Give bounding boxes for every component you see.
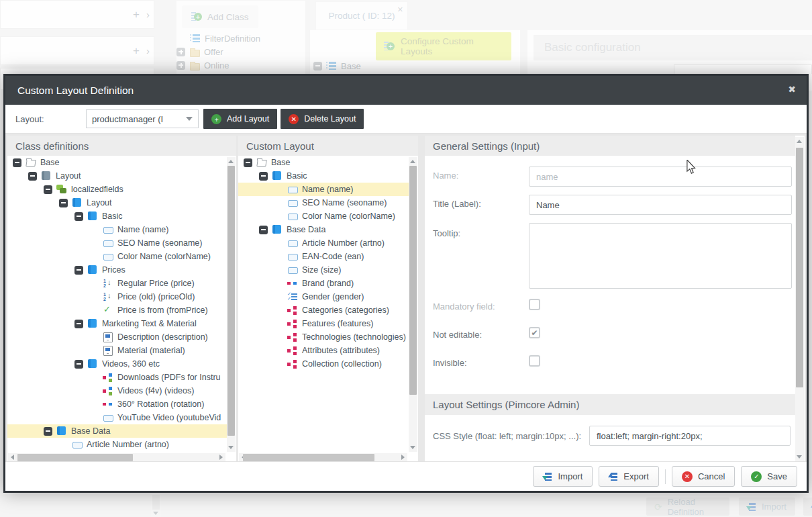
tree-item[interactable]: 360° Rotation (rotation): [7, 397, 227, 411]
tree-item[interactable]: Basic: [238, 169, 409, 183]
scroll-down-icon[interactable]: [410, 446, 415, 449]
scroll-left-icon[interactable]: [11, 455, 14, 460]
tree-item[interactable]: Price is from (fromPrice): [7, 303, 227, 317]
field-type-icon: [87, 211, 99, 221]
tree-item[interactable]: Marketing Text & Material: [7, 317, 227, 330]
collapse-icon[interactable]: [259, 172, 268, 181]
collapse-icon[interactable]: [74, 360, 83, 369]
scroll-up-icon[interactable]: [410, 160, 415, 163]
dialog-footer: Import Export ✕ Cancel ✓ Save: [5, 461, 807, 491]
close-icon[interactable]: ✖: [788, 84, 796, 95]
add-layout-button[interactable]: ＋ Add Layout: [203, 109, 277, 129]
collapse-icon[interactable]: [44, 185, 52, 194]
import-button[interactable]: Import: [533, 466, 593, 487]
tree-item-label: Features (features): [302, 319, 373, 328]
tree-item[interactable]: Price (old) (priceOld): [7, 290, 227, 303]
mandatory-checkbox[interactable]: [529, 299, 540, 310]
collapse-icon[interactable]: [44, 427, 52, 436]
scroll-right-icon[interactable]: [401, 455, 405, 460]
scroll-right-icon[interactable]: [219, 455, 223, 460]
vertical-scrollbar[interactable]: [409, 157, 417, 452]
tree-item[interactable]: Downloads (PDFs for Instru: [7, 371, 227, 384]
tree-item[interactable]: EAN-Code (ean): [238, 250, 409, 263]
field-type-icon: [87, 359, 99, 369]
tree-item[interactable]: Name (name): [7, 223, 227, 236]
tree-item[interactable]: Brand (brand): [238, 277, 409, 290]
tree-item-label: Color Name (colorName): [117, 252, 211, 261]
tree-item[interactable]: Regular Price (price): [7, 277, 227, 290]
tree-item[interactable]: Videos (f4v) (videos): [7, 384, 227, 397]
tree-item[interactable]: Base: [238, 156, 409, 169]
tree-item[interactable]: Features (features): [238, 317, 409, 330]
tree-item[interactable]: Prices: [7, 263, 227, 277]
tree-item-label: Basic: [102, 211, 123, 221]
tree-item[interactable]: Layout: [7, 169, 227, 183]
collapse-icon[interactable]: [244, 158, 252, 167]
collapse-icon[interactable]: [74, 212, 83, 221]
collapse-icon[interactable]: [13, 158, 21, 167]
tree-item[interactable]: SEO Name (seoname): [238, 196, 409, 209]
tree-item[interactable]: Technologies (technologies): [238, 330, 409, 344]
tree-item-label: Attributes (attributes): [302, 346, 380, 355]
export-icon: [609, 472, 618, 481]
title-input[interactable]: [529, 195, 792, 215]
scroll-up-icon[interactable]: [797, 140, 802, 143]
class-definitions-panel: Class definitions Base Layout loc: [7, 136, 236, 463]
tree-item[interactable]: Categories (categories): [238, 303, 409, 317]
tree-item[interactable]: Base Data: [238, 223, 409, 236]
tree-item[interactable]: Base: [7, 156, 227, 169]
vertical-scrollbar[interactable]: [227, 157, 236, 452]
tree-item[interactable]: Collection (collection): [238, 357, 409, 371]
css-style-input[interactable]: [589, 426, 791, 446]
tree-item[interactable]: Color Name (colorName): [7, 250, 227, 263]
tree-item[interactable]: localizedfields: [7, 183, 227, 196]
collapse-icon[interactable]: [74, 266, 83, 275]
field-type-icon: [287, 252, 299, 261]
delete-layout-button[interactable]: ✕ Delete Layout: [281, 109, 364, 129]
tree-item[interactable]: Gender (gender): [238, 290, 409, 303]
tree-item-label: Base Data: [71, 426, 110, 436]
tree-item[interactable]: Attributes (attributes): [238, 344, 409, 357]
field-type-icon: [287, 279, 299, 288]
tree-item[interactable]: Size (size): [238, 263, 409, 277]
field-type-icon: [72, 440, 83, 449]
tree-item[interactable]: Layout: [7, 196, 227, 209]
not-editable-checkbox[interactable]: ✔: [529, 327, 540, 338]
name-input[interactable]: [529, 167, 792, 187]
tree-item[interactable]: Material (material): [7, 344, 227, 357]
field-type-icon: [287, 346, 299, 355]
tree-item[interactable]: YouTube Video (youtubeVid: [7, 411, 227, 424]
invisible-checkbox[interactable]: [529, 355, 540, 367]
tree-item[interactable]: Videos, 360 etc: [7, 357, 227, 371]
vertical-scrollbar[interactable]: [795, 137, 804, 461]
field-type-icon: [287, 332, 299, 342]
chevron-down-icon: [186, 117, 193, 121]
scroll-up-icon[interactable]: [228, 160, 234, 163]
tree-item[interactable]: Article Number (artno): [7, 438, 227, 451]
scroll-down-icon[interactable]: [228, 446, 234, 449]
collapse-icon[interactable]: [59, 199, 68, 207]
tree-item[interactable]: Name (name): [238, 183, 409, 196]
collapse-icon[interactable]: [74, 320, 83, 328]
export-button[interactable]: Export: [599, 466, 659, 487]
layout-select[interactable]: productmanager (I: [86, 109, 199, 128]
tree-item[interactable]: Color Name (colorName): [238, 209, 409, 223]
scroll-down-icon[interactable]: [797, 455, 802, 459]
dialog-titlebar[interactable]: Custom Layout Definition ✖: [5, 76, 807, 105]
divider: [665, 469, 666, 484]
field-type-icon: [272, 225, 283, 234]
collapse-icon[interactable]: [28, 172, 37, 181]
collapse-icon[interactable]: [259, 226, 268, 234]
tree-item[interactable]: Description (description): [7, 330, 227, 344]
tree-item[interactable]: Article Number (artno): [238, 236, 409, 250]
not-editable-label: Not editable:: [433, 330, 482, 340]
tree-item[interactable]: SEO Name (seoname): [7, 236, 227, 250]
save-button[interactable]: ✓ Save: [741, 466, 797, 487]
tree-item[interactable]: Basic: [7, 209, 227, 223]
cancel-button[interactable]: ✕ Cancel: [672, 466, 735, 487]
tree-item-label: localizedfields: [71, 185, 123, 194]
tooltip-textarea[interactable]: [529, 223, 792, 289]
tree-item[interactable]: Base Data: [7, 424, 227, 438]
field-type-icon: [287, 306, 299, 315]
field-type-icon: [287, 319, 299, 328]
